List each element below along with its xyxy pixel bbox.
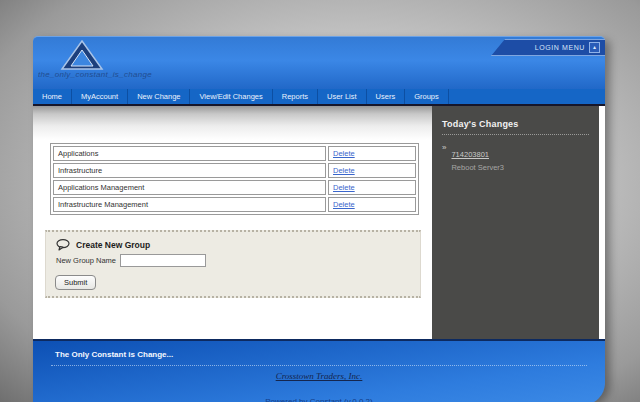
nav-item-groups[interactable]: Groups bbox=[405, 89, 449, 104]
change-id-link[interactable]: 714203801 bbox=[451, 150, 489, 159]
create-new-group-panel: Create New Group New Group Name Submit bbox=[45, 230, 421, 298]
header: the_only_constant_is_change LOGIN MENU ▴ bbox=[33, 36, 605, 89]
login-menu-label: LOGIN MENU bbox=[535, 44, 585, 51]
nav-item-new-change[interactable]: New Change bbox=[128, 89, 190, 104]
new-group-name-label: New Group Name bbox=[56, 256, 116, 265]
login-menu-button[interactable]: LOGIN MENU ▴ bbox=[491, 39, 605, 56]
main-navigation: Home MyAccount New Change View/Edit Chan… bbox=[33, 89, 605, 106]
delete-link[interactable]: Delete bbox=[333, 183, 355, 192]
powered-by-link[interactable]: Powered by Constant (v.0.0.2) bbox=[33, 397, 605, 402]
logo-tagline: the_only_constant_is_change bbox=[38, 70, 152, 79]
group-name-cell: Applications bbox=[53, 146, 326, 161]
nav-item-home[interactable]: Home bbox=[33, 89, 72, 104]
main-panel: Applications Delete Infrastructure Delet… bbox=[33, 106, 432, 339]
app-window: the_only_constant_is_change LOGIN MENU ▴… bbox=[33, 36, 605, 402]
nav-item-users[interactable]: Users bbox=[367, 89, 406, 104]
delete-link[interactable]: Delete bbox=[333, 166, 355, 175]
create-group-title: Create New Group bbox=[76, 240, 150, 250]
table-row: Applications Delete bbox=[53, 146, 416, 161]
groups-table: Applications Delete Infrastructure Delet… bbox=[50, 143, 419, 215]
nav-item-myaccount[interactable]: MyAccount bbox=[72, 89, 128, 104]
delete-link[interactable]: Delete bbox=[333, 200, 355, 209]
footer: The Only Constant is Change... Crosstown… bbox=[33, 339, 605, 402]
todays-changes-sidebar: Today's Changes » 714203801 Reboot Serve… bbox=[432, 106, 599, 339]
table-row: Infrastructure Delete bbox=[53, 163, 416, 178]
content-area: Applications Delete Infrastructure Delet… bbox=[33, 106, 605, 339]
delete-link[interactable]: Delete bbox=[333, 149, 355, 158]
triangle-logo-icon bbox=[59, 40, 105, 70]
speech-bubble-icon bbox=[56, 239, 70, 251]
nav-item-user-list[interactable]: User List bbox=[318, 89, 367, 104]
login-menu-dropdown-icon[interactable]: ▴ bbox=[589, 42, 600, 53]
group-name-cell: Infrastructure Management bbox=[53, 197, 326, 212]
change-description: Reboot Server3 bbox=[451, 163, 504, 172]
change-entry[interactable]: » 714203801 Reboot Server3 bbox=[442, 143, 589, 172]
nav-item-reports[interactable]: Reports bbox=[273, 89, 318, 104]
nav-item-view-edit-changes[interactable]: View/Edit Changes bbox=[190, 89, 272, 104]
footer-tagline: The Only Constant is Change... bbox=[55, 350, 173, 359]
group-name-cell: Applications Management bbox=[53, 180, 326, 195]
double-chevron-icon: » bbox=[442, 143, 446, 172]
footer-separator bbox=[51, 365, 587, 366]
new-group-name-input[interactable] bbox=[120, 254, 206, 267]
table-row: Infrastructure Management Delete bbox=[53, 197, 416, 212]
table-row: Applications Management Delete bbox=[53, 180, 416, 195]
group-name-cell: Infrastructure bbox=[53, 163, 326, 178]
company-link[interactable]: Crosstown Traders, Inc. bbox=[33, 371, 605, 381]
logo bbox=[59, 40, 105, 74]
submit-button[interactable]: Submit bbox=[55, 275, 96, 290]
sidebar-separator bbox=[442, 134, 589, 135]
desktop-background: the_only_constant_is_change LOGIN MENU ▴… bbox=[0, 0, 640, 402]
sidebar-title: Today's Changes bbox=[442, 119, 589, 129]
